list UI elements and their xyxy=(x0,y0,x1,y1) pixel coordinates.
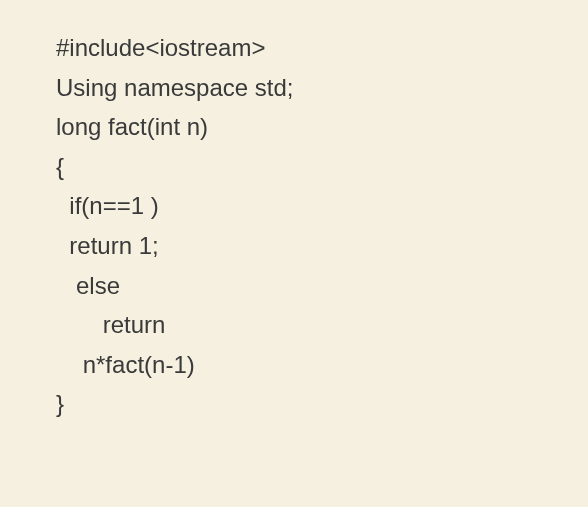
code-line: } xyxy=(56,384,588,424)
code-line: return xyxy=(56,305,588,345)
code-line: n*fact(n-1) xyxy=(56,345,588,385)
code-line: long fact(int n) xyxy=(56,107,588,147)
code-line: #include<iostream> xyxy=(56,28,588,68)
code-line: { xyxy=(56,147,588,187)
code-line: return 1; xyxy=(56,226,588,266)
code-line: if(n==1 ) xyxy=(56,186,588,226)
code-line: else xyxy=(56,266,588,306)
code-line: Using namespace std; xyxy=(56,68,588,108)
code-block: #include<iostream> Using namespace std; … xyxy=(0,0,588,424)
